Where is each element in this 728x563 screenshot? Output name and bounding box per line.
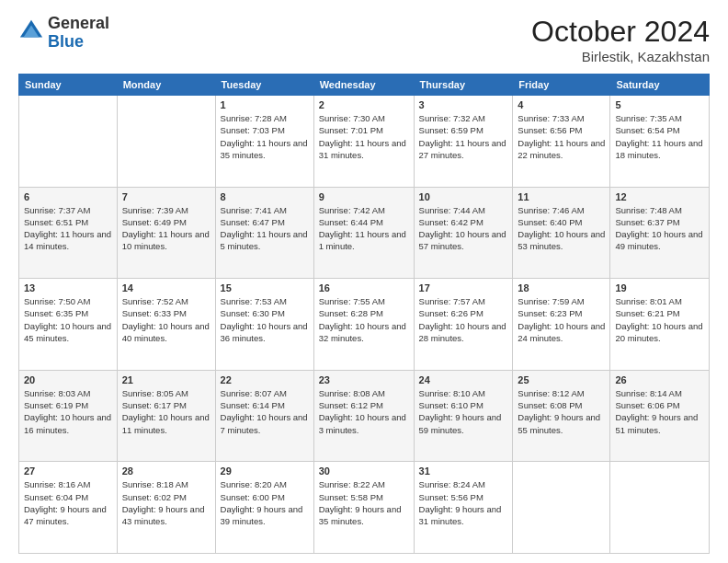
- day-detail: Sunrise: 8:14 AMSunset: 6:06 PMDaylight:…: [615, 388, 698, 435]
- day-number: 26: [615, 374, 704, 385]
- day-detail: Sunrise: 8:12 AMSunset: 6:08 PMDaylight:…: [518, 388, 600, 435]
- day-number: 20: [24, 374, 112, 385]
- calendar-cell: 6Sunrise: 7:37 AMSunset: 6:51 PMDaylight…: [19, 187, 118, 279]
- day-detail: Sunrise: 8:16 AMSunset: 6:04 PMDaylight:…: [24, 479, 107, 526]
- logo-general: General: [48, 15, 109, 33]
- calendar-cell: 15Sunrise: 7:53 AMSunset: 6:30 PMDayligh…: [215, 279, 313, 371]
- calendar-header-row: Sunday Monday Tuesday Wednesday Thursday…: [19, 75, 710, 96]
- week-row-1: 1Sunrise: 7:28 AMSunset: 7:03 PMDaylight…: [19, 96, 710, 188]
- calendar-cell: 7Sunrise: 7:39 AMSunset: 6:49 PMDaylight…: [117, 187, 215, 279]
- day-detail: Sunrise: 7:55 AMSunset: 6:28 PMDaylight:…: [319, 296, 406, 343]
- day-number: 5: [615, 99, 704, 110]
- logo-icon: [18, 18, 44, 44]
- calendar-cell: [19, 96, 118, 188]
- calendar-cell: [513, 462, 610, 554]
- day-number: 3: [419, 99, 508, 110]
- day-detail: Sunrise: 7:59 AMSunset: 6:23 PMDaylight:…: [518, 296, 605, 343]
- day-number: 1: [221, 99, 309, 110]
- day-detail: Sunrise: 7:42 AMSunset: 6:44 PMDaylight:…: [319, 205, 406, 252]
- calendar-cell: 17Sunrise: 7:57 AMSunset: 6:26 PMDayligh…: [414, 279, 513, 371]
- day-detail: Sunrise: 8:20 AMSunset: 6:00 PMDaylight:…: [221, 479, 303, 526]
- calendar-cell: 10Sunrise: 7:44 AMSunset: 6:42 PMDayligh…: [414, 187, 513, 279]
- day-detail: Sunrise: 8:10 AMSunset: 6:10 PMDaylight:…: [419, 388, 502, 435]
- day-detail: Sunrise: 7:48 AMSunset: 6:37 PMDaylight:…: [615, 205, 702, 252]
- day-number: 28: [122, 465, 210, 477]
- day-number: 22: [221, 374, 309, 385]
- day-number: 7: [122, 191, 210, 202]
- day-detail: Sunrise: 7:37 AMSunset: 6:51 PMDaylight:…: [24, 205, 111, 252]
- logo-blue: Blue: [48, 33, 109, 52]
- day-number: 2: [319, 99, 409, 110]
- calendar-cell: 2Sunrise: 7:30 AMSunset: 7:01 PMDaylight…: [313, 96, 414, 188]
- calendar-cell: 16Sunrise: 7:55 AMSunset: 6:28 PMDayligh…: [313, 279, 414, 371]
- day-number: 17: [419, 282, 508, 293]
- calendar-cell: 8Sunrise: 7:41 AMSunset: 6:47 PMDaylight…: [215, 187, 313, 279]
- day-detail: Sunrise: 7:35 AMSunset: 6:54 PMDaylight:…: [615, 113, 702, 160]
- day-detail: Sunrise: 7:30 AMSunset: 7:01 PMDaylight:…: [319, 113, 406, 160]
- day-detail: Sunrise: 7:53 AMSunset: 6:30 PMDaylight:…: [221, 296, 308, 343]
- day-number: 30: [319, 465, 409, 477]
- day-number: 4: [518, 99, 605, 110]
- day-detail: Sunrise: 8:07 AMSunset: 6:14 PMDaylight:…: [221, 388, 308, 435]
- calendar-cell: [610, 462, 710, 554]
- logo: General Blue: [18, 15, 109, 52]
- calendar-cell: 11Sunrise: 7:46 AMSunset: 6:40 PMDayligh…: [513, 187, 610, 279]
- calendar-cell: 27Sunrise: 8:16 AMSunset: 6:04 PMDayligh…: [19, 462, 118, 554]
- day-detail: Sunrise: 7:52 AMSunset: 6:33 PMDaylight:…: [122, 296, 210, 343]
- col-thursday: Thursday: [414, 75, 513, 96]
- calendar-cell: 18Sunrise: 7:59 AMSunset: 6:23 PMDayligh…: [513, 279, 610, 371]
- day-number: 23: [319, 374, 409, 385]
- calendar-cell: 23Sunrise: 8:08 AMSunset: 6:12 PMDayligh…: [313, 370, 414, 462]
- calendar-cell: 29Sunrise: 8:20 AMSunset: 6:00 PMDayligh…: [215, 462, 313, 554]
- day-detail: Sunrise: 8:18 AMSunset: 6:02 PMDaylight:…: [122, 479, 205, 526]
- page: General Blue October 2024 Birlestik, Kaz…: [0, 0, 728, 563]
- day-detail: Sunrise: 8:01 AMSunset: 6:21 PMDaylight:…: [615, 296, 702, 343]
- calendar-table: Sunday Monday Tuesday Wednesday Thursday…: [18, 74, 710, 554]
- calendar-cell: 1Sunrise: 7:28 AMSunset: 7:03 PMDaylight…: [215, 96, 313, 188]
- calendar-cell: 28Sunrise: 8:18 AMSunset: 6:02 PMDayligh…: [117, 462, 215, 554]
- day-detail: Sunrise: 7:57 AMSunset: 6:26 PMDaylight:…: [419, 296, 506, 343]
- col-saturday: Saturday: [610, 75, 710, 96]
- day-detail: Sunrise: 7:41 AMSunset: 6:47 PMDaylight:…: [221, 205, 308, 252]
- day-number: 25: [518, 374, 605, 385]
- week-row-3: 13Sunrise: 7:50 AMSunset: 6:35 PMDayligh…: [19, 279, 710, 371]
- calendar-cell: [117, 96, 215, 188]
- calendar-cell: 13Sunrise: 7:50 AMSunset: 6:35 PMDayligh…: [19, 279, 118, 371]
- header: General Blue October 2024 Birlestik, Kaz…: [18, 15, 710, 64]
- day-detail: Sunrise: 7:39 AMSunset: 6:49 PMDaylight:…: [122, 205, 210, 252]
- day-detail: Sunrise: 8:24 AMSunset: 5:56 PMDaylight:…: [419, 479, 502, 526]
- calendar-cell: 30Sunrise: 8:22 AMSunset: 5:58 PMDayligh…: [313, 462, 414, 554]
- col-wednesday: Wednesday: [313, 75, 414, 96]
- logo-text: General Blue: [48, 15, 109, 52]
- day-detail: Sunrise: 8:08 AMSunset: 6:12 PMDaylight:…: [319, 388, 406, 435]
- day-detail: Sunrise: 8:05 AMSunset: 6:17 PMDaylight:…: [122, 388, 210, 435]
- calendar-cell: 20Sunrise: 8:03 AMSunset: 6:19 PMDayligh…: [19, 370, 118, 462]
- day-number: 18: [518, 282, 605, 293]
- calendar-cell: 12Sunrise: 7:48 AMSunset: 6:37 PMDayligh…: [610, 187, 710, 279]
- day-number: 6: [24, 191, 112, 202]
- day-number: 27: [24, 465, 112, 477]
- calendar-cell: 14Sunrise: 7:52 AMSunset: 6:33 PMDayligh…: [117, 279, 215, 371]
- day-number: 19: [615, 282, 704, 293]
- day-number: 21: [122, 374, 210, 385]
- day-detail: Sunrise: 7:32 AMSunset: 6:59 PMDaylight:…: [419, 113, 506, 160]
- day-number: 31: [419, 465, 508, 477]
- day-detail: Sunrise: 8:22 AMSunset: 5:58 PMDaylight:…: [319, 479, 402, 526]
- day-number: 14: [122, 282, 210, 293]
- day-number: 24: [419, 374, 508, 385]
- week-row-2: 6Sunrise: 7:37 AMSunset: 6:51 PMDaylight…: [19, 187, 710, 279]
- col-sunday: Sunday: [19, 75, 118, 96]
- calendar-cell: 25Sunrise: 8:12 AMSunset: 6:08 PMDayligh…: [513, 370, 610, 462]
- day-number: 16: [319, 282, 409, 293]
- calendar-cell: 5Sunrise: 7:35 AMSunset: 6:54 PMDaylight…: [610, 96, 710, 188]
- day-detail: Sunrise: 7:50 AMSunset: 6:35 PMDaylight:…: [24, 296, 111, 343]
- day-detail: Sunrise: 7:44 AMSunset: 6:42 PMDaylight:…: [419, 205, 506, 252]
- col-monday: Monday: [117, 75, 215, 96]
- day-detail: Sunrise: 8:03 AMSunset: 6:19 PMDaylight:…: [24, 388, 111, 435]
- day-number: 8: [221, 191, 309, 202]
- day-number: 15: [221, 282, 309, 293]
- calendar-cell: 4Sunrise: 7:33 AMSunset: 6:56 PMDaylight…: [513, 96, 610, 188]
- calendar-cell: 22Sunrise: 8:07 AMSunset: 6:14 PMDayligh…: [215, 370, 313, 462]
- week-row-4: 20Sunrise: 8:03 AMSunset: 6:19 PMDayligh…: [19, 370, 710, 462]
- calendar-cell: 26Sunrise: 8:14 AMSunset: 6:06 PMDayligh…: [610, 370, 710, 462]
